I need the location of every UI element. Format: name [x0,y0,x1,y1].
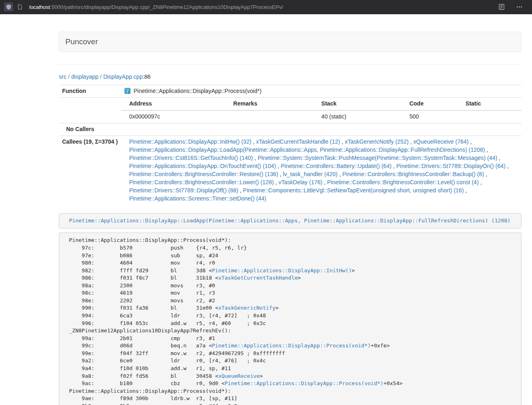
divider [59,64,521,65]
reader-view-icon [498,4,505,10]
browser-toolbar: localhost:5000/path/src/displayapp/Displ… [0,0,532,14]
col-header-code: Code [401,98,457,110]
callee-link[interactable]: Pinetime::Components::LittleVgl::SetNewT… [243,187,464,194]
site-identity-button[interactable] [15,2,24,11]
callee-link[interactable]: Pinetime::Controllers::BrightnessControl… [129,179,274,185]
callee-link[interactable]: Pinetime::Drivers::St7789::DisplayOn() (… [396,163,506,169]
function-name-cell: f Pinetime::Applications::DisplayApp::Pr… [121,85,521,98]
callees-row: Callees (19, Σ=3704 ) Pinetime::Applicat… [59,136,521,205]
toolbar-actions [497,2,528,11]
function-stats-row: Address Remarks Stack Code Static 0x0000… [59,97,521,123]
stats-value-row: 0x0000097c 40 (static) 500 [121,110,521,123]
load-app-snippet-link[interactable]: Pinetime::Applications::DisplayApp::Load… [69,218,510,224]
code-value: 500 [401,110,457,123]
callees-label: Callees (19, Σ=3704 ) [59,136,121,205]
callee-link[interactable]: Pinetime::Applications::DisplayApp::OnTo… [129,163,276,169]
callee-link[interactable]: Pinetime::Drivers::Cst816S::GetTouchInfo… [129,155,253,161]
url-host: localhost [29,4,50,10]
reader-view-button[interactable] [497,2,506,11]
brand-link[interactable]: Puncover [59,37,104,46]
page-icon [17,4,23,10]
callee-link[interactable]: Pinetime::Drivers::St7789::DisplayOff() … [129,187,238,194]
breadcrumb-link-src[interactable]: src [59,73,67,80]
empty-cell [59,97,121,123]
function-symbol-icon: f [124,88,131,94]
static-value [457,110,521,123]
assembly-symbol-link[interactable]: xTaskGetCurrentTaskHandle [218,275,298,281]
function-row: Function f Pi [59,85,521,98]
callee-link[interactable]: Pinetime::Applications::DisplayApp::Load… [129,146,485,153]
col-header-remarks: Remarks [225,98,313,110]
page-container: Puncover src/displayapp/DisplayApp.cpp:8… [59,32,521,405]
address-value: 0x0000097c [121,110,225,123]
ellipsis-icon [516,4,523,10]
page-actions-menu-button[interactable] [515,2,524,11]
tracking-protection-button[interactable] [4,2,13,11]
callee-link[interactable]: Pinetime::Controllers::BrightnessControl… [327,179,478,185]
url-bar[interactable]: localhost:5000/path/src/displayapp/Displ… [29,4,497,10]
load-app-snippet-box: Pinetime::Applications::DisplayApp::Load… [59,213,521,229]
col-header-static: Static [457,98,521,110]
navbar: Puncover [59,32,521,52]
breadcrumb-separator: / [68,73,70,80]
assembly-symbol-link[interactable]: xTaskGenericNotify [218,305,276,311]
function-label: Function [59,85,121,98]
callee-link[interactable]: vTaskDelay (176) [278,179,322,185]
url-path: :5000/path/src/displayapp/DisplayApp.cpp… [50,4,283,10]
breadcrumb: src/displayapp/DisplayApp.cpp:86 [59,73,521,80]
col-header-address: Address [121,98,225,110]
callee-link[interactable]: Pinetime::Controllers::Battery::Update()… [281,163,392,169]
callee-link[interactable]: Pinetime::System::SystemTask::PushMessag… [258,155,498,161]
callee-link[interactable]: xTaskGenericNotify (252) [345,138,409,145]
callees-list: Pinetime::Applications::DisplayApp::Init… [121,136,521,205]
callee-link[interactable]: Pinetime::Applications::Screens::Timer::… [129,195,266,202]
callee-link[interactable]: xTaskGetCurrentTaskHandle (12) [256,138,340,145]
function-name: Pinetime::Applications::DisplayApp::Proc… [134,88,261,94]
assembly-code-block: Pinetime::Applications::DisplayApp::Proc… [59,233,521,405]
assembly-symbol-link[interactable]: Pinetime::Applications::DisplayApp::Proc… [225,380,383,386]
callee-link[interactable]: xQueueReceive (764) [414,138,469,145]
shield-icon [6,4,12,10]
breadcrumb-line-number: :86 [143,73,151,80]
stats-table: Address Remarks Stack Code Static 0x0000… [121,98,521,123]
stack-value: 40 (static) [313,110,401,123]
breadcrumb-separator: / [100,73,102,80]
no-callers-row: No Callers [59,123,521,136]
stats-cell: Address Remarks Stack Code Static 0x0000… [121,97,521,123]
callee-link[interactable]: Pinetime::Controllers::BrightnessControl… [129,171,278,177]
callee-link[interactable]: Pinetime::Controllers::BrightnessControl… [342,171,484,177]
function-table: Function f Pi [59,85,521,205]
breadcrumb-link-displayapp[interactable]: displayapp [71,73,99,80]
callee-link[interactable]: Pinetime::Applications::DisplayApp::Init… [129,138,251,145]
remarks-value [225,110,313,123]
breadcrumb-link-file[interactable]: DisplayApp.cpp [103,73,142,80]
callee-link[interactable]: lv_task_handler (420) [283,171,338,177]
col-header-stack: Stack [313,98,401,110]
no-callers-label: No Callers [59,123,521,136]
assembly-symbol-link[interactable]: Pinetime::Applications::DisplayApp::Init… [212,267,351,274]
assembly-symbol-link[interactable]: Pinetime::Applications::DisplayApp::Proc… [212,343,370,349]
assembly-symbol-link[interactable]: xQueueReceive [218,373,260,379]
